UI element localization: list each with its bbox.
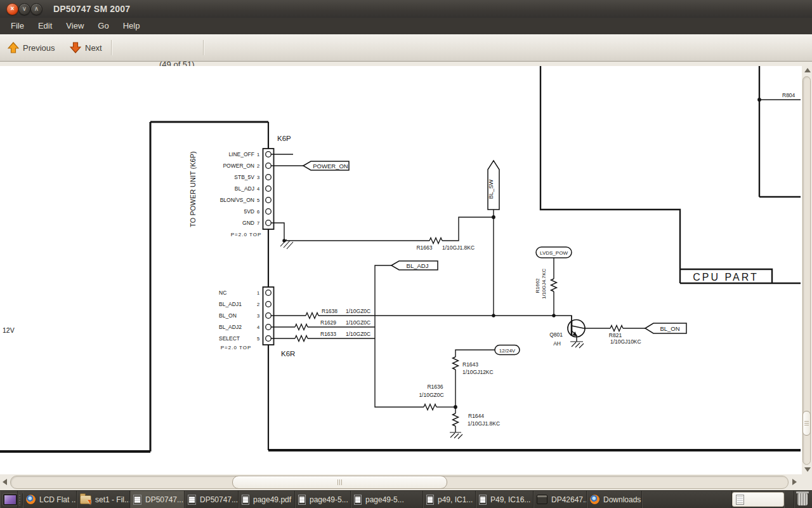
pdf-document-icon	[354, 495, 362, 505]
menu-view[interactable]: View	[59, 18, 91, 34]
taskbar-item-dp50747[interactable]: DP50747...	[185, 491, 239, 508]
menu-help[interactable]: Help	[116, 18, 147, 34]
v12-24-tag-label: 12/24V	[499, 348, 516, 354]
scroll-up-arrow-icon[interactable]	[804, 68, 811, 72]
r1638-ref: R1638	[322, 308, 337, 314]
r1633-ref: R1633	[320, 331, 336, 337]
vertical-scroll-thumb[interactable]	[802, 411, 811, 436]
previous-button[interactable]: Previous	[8, 37, 55, 58]
pdf-document-icon	[188, 495, 196, 505]
down-arrow-icon	[70, 42, 81, 53]
taskbar-item-page49-5a[interactable]: page49-5...	[295, 491, 351, 508]
trash-icon	[797, 493, 808, 505]
bl-sw-tag-label: BL_SW	[488, 179, 494, 199]
menu-file[interactable]: File	[4, 18, 31, 34]
taskbar-item-dp42647[interactable]: DP42647...	[534, 491, 587, 508]
taskbar-item-page49-pdf[interactable]: page49.pdf	[239, 491, 295, 508]
taskbar-item-downloads[interactable]: Downloads	[587, 491, 642, 508]
schematic-labels: 12V TO POWER UNIT (K6P) K6P K6R P=2.0 TO…	[3, 92, 796, 427]
bl-on-tag-label: BL_ON	[660, 325, 679, 332]
k6p-pin-label: BLON/VS_ON	[220, 197, 254, 203]
power-on-tag-label: POWER_ON	[313, 163, 348, 170]
menubar: File Edit View Go Help	[0, 18, 812, 34]
taskbar-item-set1-files[interactable]: set1 - Fil...	[77, 491, 130, 508]
taskbar-item-dp50747-active[interactable]: DP50747...	[130, 491, 185, 508]
horizontal-scrollbar[interactable]	[0, 474, 802, 490]
pdf-document-icon	[298, 495, 306, 505]
k6r-pin-num: 3	[257, 313, 259, 319]
k6r-pin-label: SELECT	[219, 335, 240, 342]
taskbar-item-lcd-flat[interactable]: LCD Flat ...	[23, 491, 77, 508]
r1644-value: 1/10GJ1.8KC	[468, 420, 500, 427]
taskbar-grip-handle[interactable]	[18, 493, 23, 505]
k6p-pin-label: STB_5V	[234, 174, 254, 180]
r1663-ref: R1663	[416, 244, 432, 251]
taskbar-item-p49-ic16[interactable]: P49, IC16...	[476, 491, 534, 508]
scroll-down-arrow-icon[interactable]	[804, 467, 811, 472]
k6p-pin-num: 5	[257, 197, 259, 203]
window-title: DP50747 SM 2007	[53, 0, 130, 18]
taskbar-empty-space	[784, 491, 794, 508]
q801-suffix: AH	[553, 340, 561, 347]
k6r-pin-label: BL_ON	[219, 312, 237, 319]
power-unit-label: TO POWER UNIT (K6P)	[189, 151, 197, 227]
next-button[interactable]: Next	[70, 37, 102, 58]
r821-value: 1/10GJ10KC	[610, 338, 641, 345]
k6r-pin-num: 2	[257, 302, 259, 307]
k6r-pin-label: BL_ADJ1	[219, 301, 242, 307]
taskbar-item-p49-ic1[interactable]: p49, IC1...	[423, 491, 476, 508]
vertical-scroll-track[interactable]	[802, 76, 811, 465]
menu-edit[interactable]: Edit	[31, 18, 59, 34]
taskbar-item-workspace[interactable]	[0, 491, 18, 508]
document-icon	[426, 495, 434, 505]
k6r-pin-label: NC	[219, 290, 226, 296]
r1636-ref: R1636	[427, 384, 443, 390]
previous-label: Previous	[23, 43, 55, 53]
vertical-scrollbar[interactable]	[802, 66, 812, 474]
menu-go[interactable]: Go	[91, 18, 115, 34]
minimize-button[interactable]: ∨	[18, 3, 30, 15]
taskbar-item-page49-5b[interactable]: page49-5...	[351, 491, 423, 508]
k6r-pin-num: 1	[257, 290, 259, 296]
pdf-page: 12V TO POWER UNIT (K6P) K6P K6R P=2.0 TO…	[0, 66, 802, 474]
r1636-value: 1/10GZ0C	[419, 392, 443, 398]
trash-applet[interactable]	[794, 491, 812, 508]
pdf-document-icon	[736, 495, 744, 505]
r1662-value: 1/10GJ4.7KC	[541, 269, 547, 299]
close-button[interactable]: ×	[6, 3, 18, 15]
maximize-button[interactable]: ∧	[30, 3, 43, 15]
toolbar-separator	[203, 40, 204, 55]
pdf-document-icon	[133, 495, 141, 505]
k6p-pin-label: GND	[242, 220, 254, 226]
rail-12v-label: 12V	[3, 326, 15, 334]
up-arrow-icon	[8, 42, 19, 53]
k6p-pin-label: BL_ADJ	[235, 185, 254, 192]
k6p-pin-label: POWER_ON	[223, 163, 254, 169]
taskbar-item-document-iconified[interactable]	[732, 492, 784, 507]
window-titlebar: × ∨ ∧ DP50747 SM 2007	[0, 0, 812, 18]
r1643-ref: R1643	[462, 361, 478, 368]
r1629-ref: R1629	[320, 319, 336, 326]
r1644-ref: R1644	[468, 413, 484, 419]
firefox-icon	[26, 495, 36, 504]
taskbar: LCD Flat ... set1 - Fil... DP50747... DP…	[0, 490, 812, 508]
k6r-name: K6R	[281, 350, 295, 358]
cpu-part-label: CPU PART	[693, 272, 758, 283]
scroll-right-arrow-icon[interactable]	[792, 479, 797, 485]
k6p-pin-label: LINE_OFF	[228, 151, 254, 157]
toolbar-separator	[111, 40, 112, 55]
k6p-pin-num: 3	[257, 175, 259, 180]
k6p-pin-num: 2	[257, 163, 259, 169]
scroll-left-arrow-icon[interactable]	[3, 479, 7, 485]
dark-app-icon	[537, 495, 547, 504]
next-label: Next	[85, 43, 102, 53]
document-icon	[479, 495, 487, 505]
r1663-value: 1/10GJ1.8KC	[442, 244, 475, 251]
firefox-icon	[590, 495, 599, 504]
horizontal-scroll-thumb[interactable]	[232, 476, 447, 489]
bl-adj-tag-label: BL_ADJ	[407, 262, 429, 269]
r821-ref: R821	[609, 332, 622, 338]
r1638-value: 1/10GZ0C	[346, 308, 370, 314]
k6p-pin-num: 1	[257, 152, 259, 157]
folder-icon	[80, 495, 91, 504]
